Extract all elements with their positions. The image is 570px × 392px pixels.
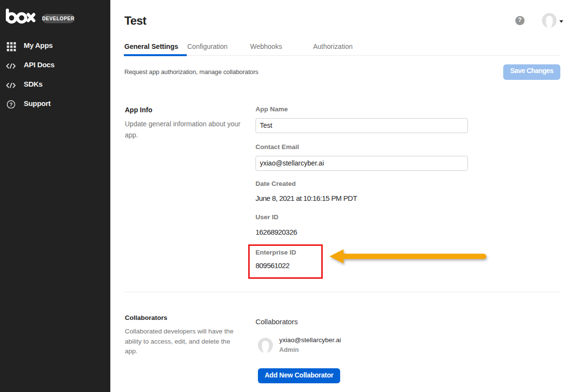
svg-text:?: ? (9, 101, 13, 107)
